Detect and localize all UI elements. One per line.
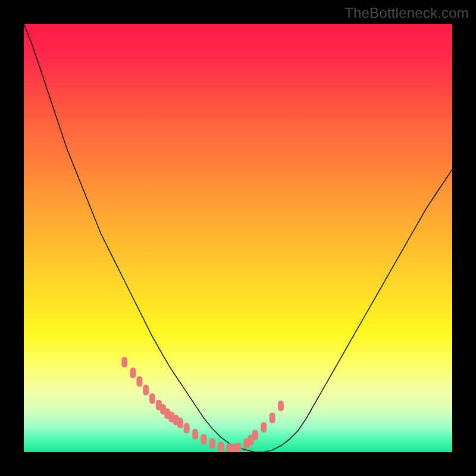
marker-dot: [177, 418, 183, 428]
marker-dot: [252, 430, 258, 440]
marker-dot: [136, 376, 142, 387]
marker-dot: [201, 434, 206, 444]
chart-container: TheBottleneck.com: [0, 0, 476, 476]
plot-area: [24, 24, 452, 452]
marker-dot: [143, 385, 149, 396]
marker-dot: [270, 412, 275, 423]
curve-markers: [121, 357, 284, 452]
marker-dot: [130, 368, 136, 378]
marker-dot: [209, 439, 215, 449]
marker-dot: [278, 400, 284, 411]
marker-dot: [184, 423, 190, 434]
marker-dot: [261, 422, 267, 433]
bottleneck-curve: [24, 24, 452, 452]
watermark-text: TheBottleneck.com: [345, 5, 469, 21]
marker-dot: [192, 429, 198, 440]
marker-dot: [121, 357, 127, 368]
marker-dot: [218, 441, 224, 452]
marker-dot: [149, 393, 155, 404]
marker-dot: [235, 443, 241, 452]
curve-svg: [24, 24, 452, 452]
